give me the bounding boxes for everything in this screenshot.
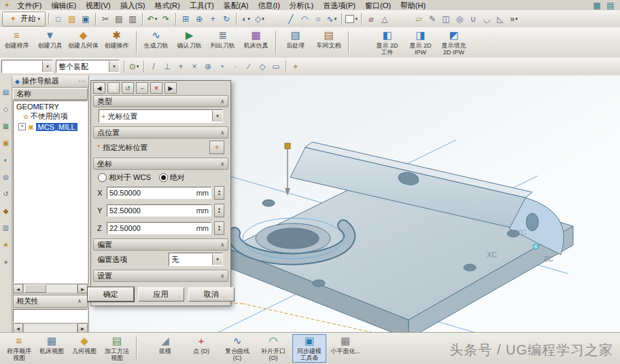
shop-documentation-button[interactable]: ▤车间文档 [312, 29, 345, 56]
point-type-caret-icon[interactable]: ▼ [212, 111, 222, 122]
system-materials-icon[interactable]: ◆ [1, 205, 12, 216]
tree-row-geometry[interactable]: GEOMETRY [14, 101, 87, 111]
edge-blend-icon[interactable]: ◡ [481, 13, 493, 25]
part-navigator-icon[interactable]: ▦ [1, 120, 12, 131]
quadrant-point-icon[interactable]: ◔ [216, 60, 228, 73]
section-offset-header[interactable]: 偏置 ∧ [93, 238, 228, 251]
new-part-icon[interactable]: □ [52, 13, 65, 25]
specify-point-button[interactable]: + [209, 141, 224, 154]
navigator-menu-icon[interactable]: ⋯ [78, 77, 86, 86]
undo-icon[interactable]: ↶▾ [146, 13, 158, 25]
open-icon[interactable]: ▨ [66, 13, 78, 25]
point-button[interactable]: +点 (D) [185, 335, 218, 362]
intersection-point-icon[interactable]: × [188, 60, 201, 73]
scroll-right-icon[interactable]: ▶ [78, 284, 88, 293]
machine-simulation-button[interactable]: ▦机床仿真 [239, 29, 273, 56]
datum-plane-icon[interactable]: ▱ [413, 13, 425, 25]
navigator-tree[interactable]: GEOMETRY ⊘ 不使用的项 + ▣ MCS_MILL [13, 101, 88, 283]
selection-filter-caret-icon[interactable]: ▼ [42, 61, 52, 72]
synchronous-modeling-button[interactable]: ▣同步建模 工具条 [293, 335, 326, 362]
section-settings-header[interactable]: 设置 ∨ [93, 270, 228, 282]
menu-insert[interactable]: 插入(S) [116, 1, 150, 10]
collapse-panel-icon[interactable]: ∧ [75, 297, 84, 306]
selection-filter-combo[interactable]: ▼ [1, 60, 53, 73]
tree-row-mcs-mill[interactable]: + ▣ MCS_MILL [14, 122, 87, 132]
scroll-track[interactable] [23, 284, 78, 293]
zoom-icon[interactable]: ⊕ [193, 13, 205, 25]
program-order-view-button[interactable]: ≡程序顺序 视图 [3, 335, 35, 362]
spin-down-icon[interactable]: ▼ [218, 193, 221, 196]
measure-icon[interactable]: ⌀ [365, 13, 377, 25]
point-on-curve-icon[interactable]: ∕ [243, 60, 255, 73]
control-point-icon[interactable]: + [175, 60, 187, 73]
machine-tool-navigator-icon[interactable]: ◐ [1, 154, 12, 165]
section-coordinates-header[interactable]: 坐标 ∧ [93, 158, 228, 170]
roles-icon[interactable]: ● [1, 256, 12, 267]
menu-format[interactable]: 格式(R) [150, 1, 184, 10]
offset-option-combo[interactable]: 无 ▼ [169, 253, 223, 266]
menu-edit[interactable]: 编辑(E) [46, 1, 81, 10]
menu-analysis[interactable]: 分析(L) [285, 1, 318, 10]
mid-point-icon[interactable]: ⊥ [161, 60, 173, 73]
offset-option-caret-icon[interactable]: ▼ [212, 254, 222, 265]
save-icon[interactable]: ▣ [80, 13, 92, 25]
x-spinner[interactable]: ▲ ▼ [214, 186, 224, 200]
tree-row-unused-items[interactable]: ⊘ 不使用的项 [14, 111, 87, 122]
selection-scope-caret-icon[interactable]: ▼ [109, 61, 119, 72]
scroll-left-icon[interactable]: ◀ [13, 284, 23, 293]
dependencies-hscrollbar[interactable]: ◀ ▶ [13, 324, 88, 332]
copy-icon[interactable]: ▤ [113, 13, 125, 25]
center-bore[interactable] [256, 223, 330, 253]
bounded-plane-icon[interactable]: ▭ [270, 60, 282, 73]
existing-point-icon[interactable]: · [229, 60, 241, 73]
more-tools-icon[interactable]: »▾ [508, 13, 520, 25]
generate-toolpath-button[interactable]: ∿生成刀轨 [139, 29, 173, 56]
menu-help[interactable]: 帮助(H) [396, 1, 430, 10]
create-program-button[interactable]: ≡创建程序 [0, 29, 33, 56]
menu-view[interactable]: 视图(V) [81, 1, 116, 10]
machine-tool-view-button[interactable]: ▦机床视图 [35, 335, 68, 362]
back-icon[interactable]: ◀ [93, 82, 105, 94]
menu-file[interactable]: 文件(F) [12, 1, 46, 10]
scroll-right-icon[interactable]: ▶ [78, 323, 88, 333]
rotate-view-icon[interactable]: ↻ [220, 13, 232, 25]
cut-icon[interactable]: ✂ [99, 13, 111, 25]
z-input[interactable]: 22.50000 mm [107, 222, 211, 234]
process-studio-icon[interactable]: ▥ [1, 222, 12, 233]
z-spinner[interactable]: ▲ ▼ [214, 221, 224, 235]
constraint-navigator-icon[interactable]: ◇ [1, 103, 12, 114]
section-type-header[interactable]: 类型 ∧ [93, 95, 228, 107]
apply-button[interactable]: 应用 [138, 287, 184, 302]
arc-center-icon[interactable]: ⊕ [202, 60, 214, 73]
patch-opening-button[interactable]: ◠补片开口 (O) [257, 335, 290, 362]
integrated-browser-icon[interactable]: ◎ [1, 171, 12, 182]
paste-icon[interactable]: ▥ [126, 13, 139, 25]
geometry-view-button[interactable]: ◆几何视图 [68, 335, 101, 362]
composite-curve-button[interactable]: ∿复合曲线 (C) [221, 335, 254, 362]
point-dialog-icon[interactable]: 点 [107, 82, 120, 94]
studio-spline-icon[interactable]: ∿▾ [326, 13, 338, 25]
x-input[interactable]: 50.50000 mm [107, 187, 211, 199]
point-type-combo[interactable]: + 光标位置 ▼ [99, 109, 223, 123]
spin-down-icon[interactable]: ▼ [218, 228, 221, 232]
scroll-left-icon[interactable]: ◀ [13, 323, 23, 333]
list-toolpath-button[interactable]: ≣列出刀轨 [206, 29, 239, 56]
arc-icon[interactable]: ◠ [298, 13, 311, 25]
shaded-display-icon[interactable]: ◐▾ [240, 13, 252, 25]
create-operation-button[interactable]: ✱创建操作 [100, 29, 133, 56]
menu-information[interactable]: 信息(I) [253, 1, 284, 10]
spin-down-icon[interactable]: ▼ [218, 211, 221, 214]
hole-icon[interactable]: ◎ [453, 13, 466, 25]
forward-icon[interactable]: ▶ [165, 82, 177, 94]
facet-body-button[interactable]: ▦小平面化... [329, 335, 362, 362]
create-geometry-button[interactable]: ◆创建几何体 [67, 29, 100, 56]
unite-icon[interactable]: ∪ [467, 13, 479, 25]
reset-icon[interactable]: ↺ [122, 82, 134, 94]
wcs-orient-icon[interactable]: ⌖ [290, 60, 302, 73]
cancel-button[interactable]: 取消 [188, 287, 235, 302]
chamfer-icon[interactable]: ◺ [494, 13, 506, 25]
verify-toolpath-button[interactable]: ▶确认刀轨 [173, 29, 206, 56]
analysis-icon[interactable]: △ [379, 13, 391, 25]
show-2d-workpiece-button[interactable]: ◧显示 2D 工件 [371, 29, 404, 56]
expander-icon[interactable]: + [18, 123, 26, 130]
